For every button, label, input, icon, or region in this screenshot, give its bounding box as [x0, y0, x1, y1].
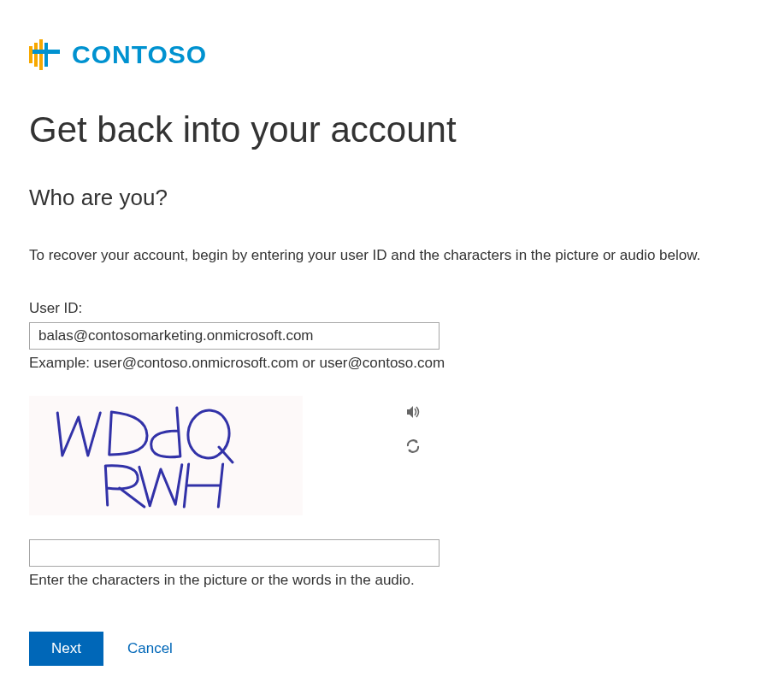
captcha-image — [29, 396, 303, 515]
page-subheading: Who are you? — [29, 185, 738, 211]
userid-hint: Example: user@contoso.onmicrosoft.com or… — [29, 355, 738, 372]
audio-captcha-icon[interactable] — [405, 404, 421, 420]
captcha-hint: Enter the characters in the picture or t… — [29, 572, 738, 589]
brand-logo: CONTOSO — [29, 34, 738, 75]
svg-rect-4 — [32, 50, 60, 54]
svg-rect-3 — [44, 43, 48, 67]
captcha-input[interactable] — [29, 539, 440, 567]
svg-rect-1 — [34, 43, 38, 67]
refresh-captcha-icon[interactable] — [405, 438, 421, 454]
logo-mark-icon — [29, 34, 63, 75]
userid-label: User ID: — [29, 300, 738, 317]
instructions-text: To recover your account, begin by enteri… — [29, 245, 738, 266]
userid-input[interactable] — [29, 322, 440, 350]
svg-rect-2 — [39, 39, 43, 70]
next-button[interactable]: Next — [29, 632, 103, 666]
page-heading: Get back into your account — [29, 109, 738, 150]
brand-name: CONTOSO — [72, 40, 207, 69]
svg-rect-0 — [29, 46, 32, 63]
cancel-link[interactable]: Cancel — [127, 640, 173, 657]
